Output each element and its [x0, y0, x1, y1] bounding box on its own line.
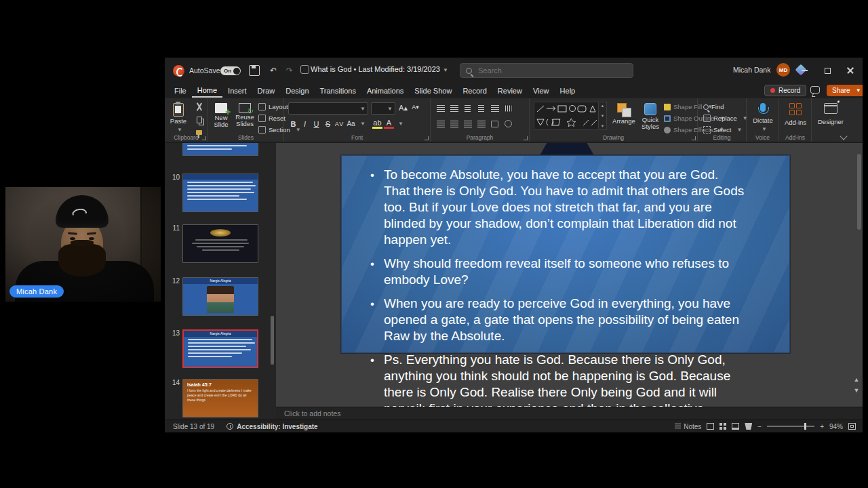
notes-pane[interactable]: Click to add notes: [276, 407, 863, 420]
redo-icon[interactable]: ↷: [284, 65, 295, 76]
bullets-button[interactable]: [435, 103, 446, 113]
text-direction-button[interactable]: [502, 103, 514, 113]
slide-thumbnail-9-partial[interactable]: [182, 143, 258, 156]
paragraph-dialog-launcher[interactable]: [524, 136, 528, 140]
slideshow-view-button[interactable]: [745, 423, 752, 430]
share-button[interactable]: Share▼: [827, 85, 863, 96]
shapes-gallery[interactable]: [534, 102, 599, 130]
slide-bullet[interactable]: When you are ready to perceive God in ev…: [370, 296, 747, 344]
highlight-color-button[interactable]: ab: [372, 119, 382, 129]
reuse-slides-button[interactable]: Reuse Slides: [233, 100, 257, 128]
shrink-font-button[interactable]: A▾: [410, 104, 420, 110]
bold-button[interactable]: B: [288, 120, 298, 128]
columns-button[interactable]: [489, 119, 500, 129]
undo-icon[interactable]: ↶: [268, 65, 279, 76]
tab-file[interactable]: File: [169, 85, 192, 97]
reading-view-button[interactable]: [732, 423, 739, 430]
slide-thumbnail-12[interactable]: Nargis Alegria: [182, 277, 258, 316]
tab-transitions[interactable]: Transitions: [315, 85, 361, 97]
tab-help[interactable]: Help: [555, 85, 581, 97]
drawing-dialog-launcher[interactable]: [692, 136, 696, 140]
grow-font-button[interactable]: A▴: [398, 104, 408, 113]
line-spacing-button[interactable]: [489, 103, 500, 113]
smartart-button[interactable]: [502, 119, 514, 129]
designer-button[interactable]: Designer: [816, 100, 846, 126]
slide-editor[interactable]: To become Absolute, you have to accept t…: [341, 155, 790, 353]
slide-thumbnail-11[interactable]: [182, 224, 258, 263]
justify-button[interactable]: [475, 119, 487, 129]
canvas-scrollbar[interactable]: [857, 154, 861, 230]
zoom-in-button[interactable]: +: [820, 423, 824, 430]
align-right-button[interactable]: [462, 119, 473, 129]
collapse-ribbon-icon[interactable]: [840, 132, 847, 140]
font-size-combo[interactable]: ▼: [371, 102, 395, 115]
tab-draw[interactable]: Draw: [252, 85, 281, 97]
quick-access-icon[interactable]: [300, 65, 309, 74]
paste-button[interactable]: Paste ▼: [167, 100, 189, 133]
autosave-toggle[interactable]: On: [220, 66, 241, 75]
clipboard-dialog-launcher[interactable]: [202, 136, 206, 140]
new-slide-button[interactable]: New Slide: [210, 100, 233, 129]
font-name-combo[interactable]: ▼: [288, 102, 368, 115]
addins-button[interactable]: Add-ins: [782, 100, 809, 127]
maximize-button[interactable]: [816, 58, 839, 83]
dictate-button[interactable]: Dictate ▼: [749, 100, 776, 132]
record-button[interactable]: Record: [764, 85, 806, 96]
strikethrough-button[interactable]: S: [323, 120, 333, 128]
thumbnail-scrollbar[interactable]: [271, 316, 274, 365]
close-button[interactable]: [839, 58, 862, 83]
copy-button[interactable]: [193, 115, 205, 125]
previous-slide-button[interactable]: ▲: [852, 376, 861, 384]
replace-button[interactable]: Replace▼: [703, 114, 748, 123]
avatar[interactable]: MD: [776, 63, 790, 77]
find-button[interactable]: Find: [703, 102, 748, 111]
quick-styles-button[interactable]: Quick Styles: [638, 100, 663, 131]
slide-thumbnail-14[interactable]: Isaiah 45:7 I form the light and create …: [182, 379, 258, 418]
decrease-indent-button[interactable]: [462, 103, 473, 113]
tab-review[interactable]: Review: [492, 85, 528, 97]
arrange-button[interactable]: Arrange: [610, 100, 638, 125]
increase-indent-button[interactable]: [475, 103, 487, 113]
slide-thumbnail-10[interactable]: [182, 174, 258, 212]
slide-thumbnail-13-selected[interactable]: Nargis Alegria: [182, 329, 258, 368]
slide-sorter-view-button[interactable]: [719, 423, 726, 430]
align-center-button[interactable]: [448, 119, 460, 129]
search-box[interactable]: [460, 63, 633, 78]
tab-home[interactable]: Home: [192, 84, 222, 98]
minimize-button[interactable]: [793, 58, 816, 83]
tab-insert[interactable]: Insert: [222, 85, 252, 97]
font-dialog-launcher[interactable]: [425, 136, 429, 140]
numbering-button[interactable]: [448, 103, 460, 113]
tab-slide-show[interactable]: Slide Show: [409, 85, 457, 97]
normal-view-button[interactable]: [707, 423, 714, 430]
change-case-button[interactable]: Aa: [346, 120, 356, 127]
accessibility-status[interactable]: Accessibility: Investigate: [237, 423, 318, 430]
font-color-button[interactable]: A: [384, 119, 394, 129]
zoom-slider[interactable]: [767, 426, 814, 427]
cut-button[interactable]: [193, 102, 205, 112]
slide-bullet[interactable]: To become Absolute, you have to accept t…: [370, 167, 747, 248]
italic-button[interactable]: I: [300, 120, 310, 128]
slide-bullet[interactable]: Ps. Everything you hate is God. Because …: [370, 352, 747, 407]
search-input[interactable]: [477, 66, 627, 75]
select-button[interactable]: Select▼: [703, 125, 748, 134]
notes-toggle-button[interactable]: Notes: [675, 423, 701, 430]
comments-icon[interactable]: [810, 86, 820, 94]
next-slide-button[interactable]: ▼: [852, 387, 861, 395]
fit-slide-button[interactable]: [848, 423, 856, 430]
slide-bullet[interactable]: Why should freedom reveal itself to some…: [370, 256, 747, 288]
tab-view[interactable]: View: [528, 85, 555, 97]
align-left-button[interactable]: [435, 119, 446, 129]
shapes-gallery-scroll[interactable]: ▲▼▼: [599, 102, 607, 130]
zoom-out-button[interactable]: −: [757, 423, 762, 430]
zoom-level[interactable]: 94%: [829, 423, 843, 430]
tab-animations[interactable]: Animations: [361, 85, 409, 97]
save-icon[interactable]: [249, 65, 260, 76]
document-title[interactable]: What is God • Last Modified: 3/19/2023▼: [311, 65, 448, 73]
zoom-slider-thumb[interactable]: [804, 423, 806, 430]
underline-button[interactable]: U: [311, 120, 321, 128]
tab-design[interactable]: Design: [280, 85, 314, 97]
tab-record[interactable]: Record: [457, 85, 492, 97]
character-spacing-button[interactable]: AV: [334, 121, 344, 127]
powerpoint-app-icon[interactable]: [173, 65, 184, 77]
